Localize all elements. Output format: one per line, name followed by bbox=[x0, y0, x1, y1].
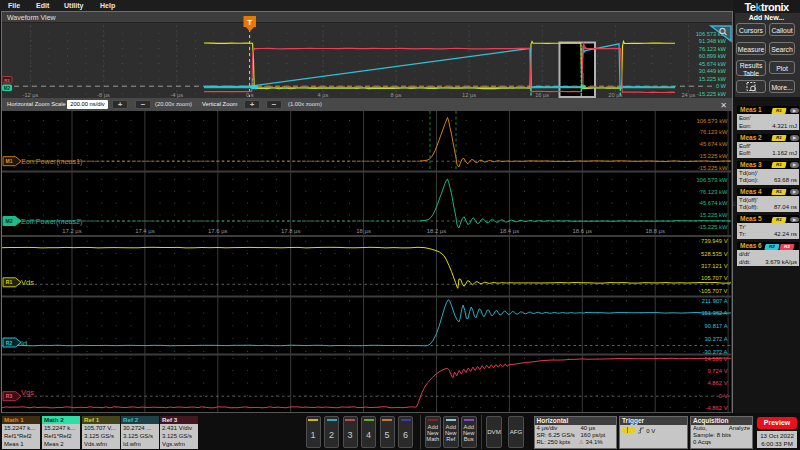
svg-text:18.6 µs: 18.6 µs bbox=[573, 228, 592, 234]
svg-text:76.123 kW: 76.123 kW bbox=[700, 189, 728, 195]
svg-text:528.535 V: 528.535 V bbox=[701, 251, 728, 257]
svg-text:18 µs: 18 µs bbox=[356, 228, 371, 234]
svg-text:151.362 A: 151.362 A bbox=[701, 310, 727, 316]
svg-text:4.862 V: 4.862 V bbox=[708, 380, 728, 386]
svg-text:739.949 V: 739.949 V bbox=[701, 238, 728, 244]
svg-text:45.674 kW: 45.674 kW bbox=[699, 61, 727, 67]
svg-text:12 µs: 12 µs bbox=[462, 92, 476, 98]
svg-text:Vgs: Vgs bbox=[21, 388, 34, 397]
svg-text:15.225 kW: 15.225 kW bbox=[699, 76, 727, 82]
svg-text:24 µs: 24 µs bbox=[681, 92, 695, 98]
svg-text:T: T bbox=[247, 18, 252, 27]
svg-text:211.907 A: 211.907 A bbox=[702, 298, 728, 304]
svg-text:15.225 kW: 15.225 kW bbox=[700, 212, 728, 218]
svg-text:4 µs: 4 µs bbox=[317, 92, 328, 98]
svg-text:45.674 kW: 45.674 kW bbox=[700, 141, 728, 147]
svg-text:R2: R2 bbox=[6, 340, 13, 346]
svg-text:16 µs: 16 µs bbox=[535, 92, 549, 98]
svg-text:17.2 µs: 17.2 µs bbox=[62, 228, 81, 234]
svg-text:-4.862 V: -4.862 V bbox=[706, 405, 728, 411]
svg-text:14.586 V: 14.586 V bbox=[704, 356, 727, 362]
svg-text:17.8 µs: 17.8 µs bbox=[281, 228, 300, 234]
svg-text:-105.707 V: -105.707 V bbox=[699, 288, 727, 294]
svg-text:-8 µs: -8 µs bbox=[97, 92, 110, 98]
svg-text:17.4 µs: 17.4 µs bbox=[135, 228, 154, 234]
svg-text:0 V: 0 V bbox=[719, 393, 728, 399]
svg-text:8 µs: 8 µs bbox=[391, 92, 402, 98]
svg-text:R3: R3 bbox=[4, 78, 10, 83]
svg-text:Id: Id bbox=[21, 339, 27, 348]
svg-text:17.6 µs: 17.6 µs bbox=[208, 228, 227, 234]
svg-text:-12 µs: -12 µs bbox=[23, 92, 39, 98]
svg-text:90.817 A: 90.817 A bbox=[705, 323, 728, 329]
svg-text:317.121 V: 317.121 V bbox=[701, 263, 728, 269]
svg-text:M2: M2 bbox=[6, 218, 13, 224]
svg-text:Vds: Vds bbox=[21, 278, 34, 287]
svg-text:15.225 kW: 15.225 kW bbox=[700, 153, 728, 159]
svg-text:Eoff:Power(meas2): Eoff:Power(meas2) bbox=[21, 217, 82, 226]
svg-text:60.899 kW: 60.899 kW bbox=[699, 53, 727, 59]
svg-text:18.8 µs: 18.8 µs bbox=[645, 228, 664, 234]
svg-text:-30.272 A: -30.272 A bbox=[703, 349, 728, 355]
svg-text:R1: R1 bbox=[6, 279, 13, 285]
svg-text:-15.225 kW: -15.225 kW bbox=[697, 91, 727, 97]
svg-text:76.123 kW: 76.123 kW bbox=[699, 46, 727, 52]
svg-text:M1: M1 bbox=[6, 158, 13, 164]
svg-text:Eon:Power(meas1): Eon:Power(meas1) bbox=[21, 157, 83, 166]
svg-text:R3: R3 bbox=[6, 393, 13, 399]
svg-text:-15.225 kW: -15.225 kW bbox=[698, 224, 728, 230]
svg-text:30.272 A: 30.272 A bbox=[705, 336, 728, 342]
svg-text:18.4 µs: 18.4 µs bbox=[500, 228, 519, 234]
svg-text:-4 µs: -4 µs bbox=[170, 92, 183, 98]
svg-text:106.573 kW: 106.573 kW bbox=[697, 177, 728, 183]
svg-text:M2: M2 bbox=[4, 86, 11, 91]
svg-text:105.707 V: 105.707 V bbox=[701, 275, 728, 281]
svg-text:106.573 kW: 106.573 kW bbox=[697, 118, 728, 124]
svg-text:76.123 kW: 76.123 kW bbox=[700, 129, 728, 135]
svg-text:20 µs: 20 µs bbox=[608, 92, 622, 98]
svg-text:-15.225 kW: -15.225 kW bbox=[698, 165, 728, 171]
svg-text:30.449 kW: 30.449 kW bbox=[699, 68, 727, 74]
svg-text:0 W: 0 W bbox=[716, 83, 727, 89]
svg-text:18.2 µs: 18.2 µs bbox=[427, 228, 446, 234]
svg-text:45.674 kW: 45.674 kW bbox=[700, 200, 728, 206]
svg-text:9.724 V: 9.724 V bbox=[708, 368, 728, 374]
svg-text:0 s: 0 s bbox=[246, 92, 254, 98]
svg-text:91.348 kW: 91.348 kW bbox=[699, 38, 727, 44]
